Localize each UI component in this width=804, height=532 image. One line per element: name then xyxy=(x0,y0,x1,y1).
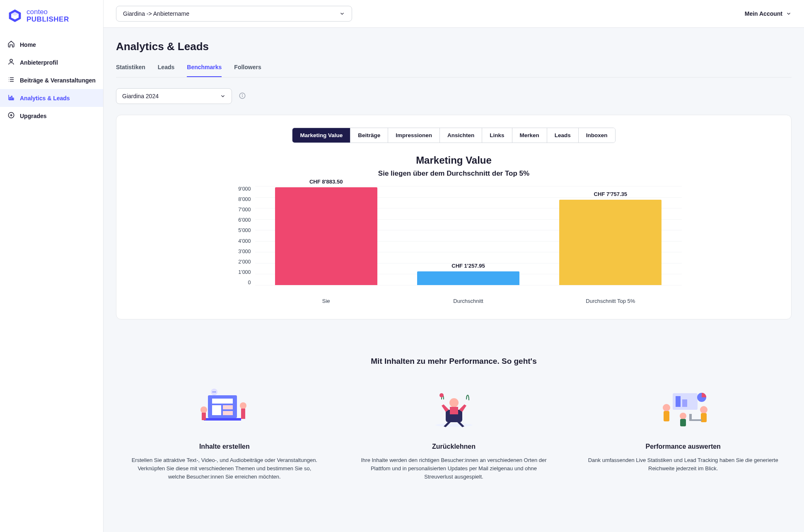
promo-col: Performance auswerten Dank umfassenden L… xyxy=(575,385,792,481)
nav-item-chart[interactable]: Analytics & Leads xyxy=(0,89,103,107)
chevron-down-icon xyxy=(786,11,792,17)
promo-head: Inhalte erstellen xyxy=(116,443,333,450)
list-icon xyxy=(7,76,15,85)
org-selector[interactable]: Giardina -> Anbietername xyxy=(116,6,352,22)
svg-rect-28 xyxy=(202,413,206,420)
svg-rect-49 xyxy=(680,419,686,426)
y-tick: 0 xyxy=(226,280,251,285)
bar-col: CHF 8'883.50 xyxy=(255,186,397,285)
nav: HomeAnbieterprofilBeiträge & Veranstaltu… xyxy=(0,30,103,131)
svg-rect-23 xyxy=(212,405,221,415)
period-select[interactable]: Giardina 2024 xyxy=(116,88,232,104)
svg-point-20 xyxy=(242,94,243,94)
org-selector-value: Giardina -> Anbietername xyxy=(123,10,189,17)
nav-item-label: Home xyxy=(20,41,36,48)
segment-merken[interactable]: Merken xyxy=(512,128,547,143)
svg-rect-22 xyxy=(212,399,233,404)
sidebar: conteo PUBLISHER HomeAnbieterprofilBeitr… xyxy=(0,0,104,532)
bar-col: CHF 7'757.35 xyxy=(539,186,681,285)
svg-point-46 xyxy=(700,406,707,414)
account-label: Mein Account xyxy=(745,10,782,17)
brand-line2: PUBLISHER xyxy=(27,16,69,23)
y-tick: 4'000 xyxy=(226,238,251,244)
svg-rect-26 xyxy=(204,418,241,421)
svg-rect-25 xyxy=(223,411,233,415)
chart-plot: CHF 8'883.50CHF 1'257.95CHF 7'757.35 xyxy=(255,186,682,285)
svg-point-29 xyxy=(240,402,246,409)
y-tick: 9'000 xyxy=(226,186,251,192)
nav-item-label: Anbieterprofil xyxy=(20,59,58,66)
benchmark-card: Marketing ValueBeiträgeImpressionenAnsic… xyxy=(116,115,792,319)
y-tick: 5'000 xyxy=(226,227,251,233)
svg-point-48 xyxy=(680,413,686,419)
promo-illustration xyxy=(575,385,792,430)
chart-title: Marketing Value xyxy=(129,155,779,166)
brand-logo[interactable]: conteo PUBLISHER xyxy=(0,0,103,30)
segment-impressionen[interactable]: Impressionen xyxy=(388,128,440,143)
account-menu[interactable]: Mein Account xyxy=(745,10,792,17)
svg-rect-42 xyxy=(682,399,687,407)
chart-y-axis: 9'0008'0007'0006'0005'0004'0003'0002'000… xyxy=(226,186,255,285)
svg-point-37 xyxy=(449,398,459,407)
bar-value-label: CHF 7'757.35 xyxy=(539,191,681,197)
nav-item-plus-circle[interactable]: Upgrades xyxy=(0,107,103,125)
svg-point-33 xyxy=(215,392,216,392)
y-tick: 3'000 xyxy=(226,249,251,254)
brand-line1: conteo xyxy=(27,8,69,16)
segment-leads[interactable]: Leads xyxy=(547,128,579,143)
tab-benchmarks[interactable]: Benchmarks xyxy=(187,64,222,77)
chart-subtitle: Sie liegen über dem Durchschnitt der Top… xyxy=(129,169,779,178)
svg-rect-24 xyxy=(223,405,233,409)
promo-section: Mit Inhalten zu mehr Performance. So geh… xyxy=(116,357,792,481)
svg-rect-14 xyxy=(13,98,14,100)
benchmark-chart: 9'0008'0007'0006'0005'0004'0003'0002'000… xyxy=(226,186,682,304)
nav-item-label: Analytics & Leads xyxy=(20,95,70,102)
user-icon xyxy=(7,58,15,67)
metric-segmented: Marketing ValueBeiträgeImpressionenAnsic… xyxy=(292,128,615,143)
x-tick: Sie xyxy=(255,294,397,304)
svg-point-3 xyxy=(10,59,12,62)
promo-head: Performance auswerten xyxy=(575,443,792,450)
chevron-down-icon xyxy=(220,93,226,99)
bar xyxy=(559,200,662,285)
svg-point-27 xyxy=(200,406,207,413)
logo-cube-icon xyxy=(7,8,22,23)
bar xyxy=(417,271,519,285)
segment-links[interactable]: Links xyxy=(482,128,512,143)
nav-item-user[interactable]: Anbieterprofil xyxy=(0,53,103,71)
segment-ansichten[interactable]: Ansichten xyxy=(440,128,482,143)
svg-rect-12 xyxy=(10,97,10,100)
bar-value-label: CHF 8'883.50 xyxy=(255,179,397,185)
segment-inboxen[interactable]: Inboxen xyxy=(579,128,615,143)
y-tick: 1'000 xyxy=(226,269,251,275)
promo-illustration xyxy=(345,385,563,430)
segment-marketing-value[interactable]: Marketing Value xyxy=(292,128,350,143)
topbar: Giardina -> Anbietername Mein Account xyxy=(104,0,804,28)
tab-leads[interactable]: Leads xyxy=(158,64,174,77)
svg-point-44 xyxy=(663,404,670,411)
segment-beiträge[interactable]: Beiträge xyxy=(350,128,388,143)
svg-rect-45 xyxy=(664,411,669,421)
promo-body: Ihre Inhalte werden den richtigen Besuch… xyxy=(359,456,549,481)
x-tick: Durchschnitt xyxy=(397,294,539,304)
tab-followers[interactable]: Followers xyxy=(234,64,261,77)
chart-icon xyxy=(7,94,15,102)
bar xyxy=(275,187,377,285)
svg-rect-47 xyxy=(701,413,707,422)
promo-body: Dank umfassenden Live Statistiken und Le… xyxy=(588,456,778,473)
svg-rect-38 xyxy=(450,407,458,414)
nav-item-home[interactable]: Home xyxy=(0,36,103,53)
svg-rect-13 xyxy=(11,96,12,100)
bar-col: CHF 1'257.95 xyxy=(397,186,539,285)
page-title: Analytics & Leads xyxy=(116,40,792,53)
nav-item-label: Beiträge & Veranstaltungen xyxy=(20,77,96,84)
tab-statistiken[interactable]: Statistiken xyxy=(116,64,145,77)
tabs: StatistikenLeadsBenchmarksFollowers xyxy=(116,64,792,77)
promo-col: Zurücklehnen Ihre Inhalte werden den ric… xyxy=(345,385,563,481)
info-icon[interactable] xyxy=(239,92,246,101)
svg-rect-51 xyxy=(689,414,692,420)
svg-point-32 xyxy=(212,392,213,392)
nav-item-list[interactable]: Beiträge & Veranstaltungen xyxy=(0,71,103,89)
svg-point-34 xyxy=(214,392,215,392)
promo-body: Erstellen Sie attraktive Text-, Video-, … xyxy=(129,456,320,481)
